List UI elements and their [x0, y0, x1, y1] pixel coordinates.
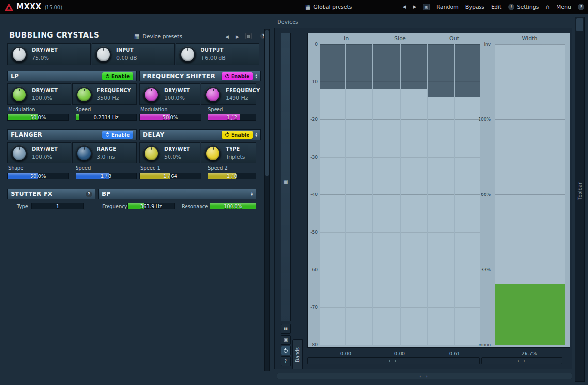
param-label: Speed 1 — [140, 165, 160, 171]
freqshifter-drywet-knob[interactable] — [143, 86, 160, 103]
stutter-type-bar[interactable]: 1 — [31, 203, 84, 209]
module-preset-spinner[interactable]: ▲ ▼ — [255, 74, 257, 79]
next-preset-icon[interactable]: ▶ — [413, 4, 416, 9]
freqshifter-frequency-knob[interactable] — [204, 86, 221, 103]
scrollbar-thumb[interactable] — [265, 30, 269, 176]
device-prev-icon[interactable]: ◀ — [225, 34, 229, 39]
plugin-window: Devices BUBBLING CRYSTALS ▦ Device prese… — [0, 14, 588, 385]
spinner-down-icon: ▼ — [255, 135, 257, 137]
power-icon — [106, 74, 109, 78]
lp-drywet-knob[interactable] — [11, 86, 28, 103]
device-panel-scrollbar[interactable] — [264, 29, 270, 371]
meter-power-button[interactable] — [281, 346, 291, 355]
freqshifter-speed-bar[interactable]: 1 / 2 — [208, 114, 256, 121]
home-icon[interactable]: ⌂ — [546, 3, 550, 11]
input-knob[interactable] — [95, 46, 112, 63]
knob-label: DRY/WET — [164, 146, 190, 152]
param-label: Type — [17, 204, 28, 209]
device-save-icon[interactable]: ▤ — [245, 33, 252, 39]
alert-icon: ! — [508, 4, 514, 10]
flanger-speed-bar[interactable]: 1 / 8 — [76, 173, 137, 179]
toolbar-scroll-thumb[interactable] — [576, 18, 583, 31]
module-title: FLANGER — [11, 131, 42, 138]
delay-speed2-bar[interactable]: 1 / 8 — [208, 173, 256, 179]
bp-resonance-bar[interactable]: 100.0% — [210, 203, 256, 209]
param-label: Speed 2 — [208, 165, 228, 171]
meter-strip-icon: ▦ — [281, 179, 290, 184]
knob-label: INPUT — [116, 48, 134, 53]
meter-hscrollbar-left[interactable]: ‹ › — [307, 357, 480, 364]
lp-frequency-cell: FREQUENCY 3500 Hz — [72, 83, 137, 105]
param-label: Speed — [76, 107, 91, 112]
tab-devices[interactable]: Devices — [0, 19, 575, 25]
help-icon[interactable]: ? — [578, 4, 584, 10]
knob-value: 3.0 ms — [97, 154, 115, 160]
meter-hscrollbar-right[interactable]: ‹ › — [481, 357, 562, 364]
bypass-button[interactable]: Bypass — [465, 4, 484, 10]
module-preset-spinner[interactable]: ▲ ▼ — [255, 132, 257, 137]
knob-label: DRY/WET — [32, 88, 58, 93]
pause-button[interactable]: ▮▮ — [281, 324, 291, 334]
knob-label: FREQUENCY — [226, 88, 260, 93]
delay-speed1-bar[interactable]: 1 / 64 — [139, 173, 201, 179]
lp-enable-button[interactable]: Enable — [102, 72, 133, 80]
flanger-shape-bar[interactable]: 50.0% — [7, 173, 69, 179]
master-input-cell: INPUT 0.00 dB — [92, 43, 175, 65]
panel-image-icon[interactable]: ▣ — [423, 4, 430, 10]
knob-label: RANGE — [97, 146, 116, 152]
lp-speed-bar[interactable]: 0.2314 Hz — [76, 114, 137, 121]
menu-button[interactable]: Menu — [557, 4, 571, 10]
global-presets-label: Global presets — [313, 4, 352, 10]
master-drywet-knob[interactable] — [11, 46, 28, 63]
knob-value: 75.0% — [32, 55, 49, 61]
freqshifter-modulation-bar[interactable]: 50.0% — [139, 114, 201, 121]
scroll-arrows-icon: ‹ › — [517, 358, 526, 363]
meter-column-header: Side — [373, 35, 427, 42]
module-preset-spinner[interactable]: ▲ ▼ — [251, 192, 253, 196]
module-title: FREQUENCY SHIFTER — [143, 73, 215, 80]
bp-frequency-bar[interactable]: 363.9 Hz — [127, 203, 175, 209]
meter-zoom-slider[interactable]: ▦ — [281, 33, 291, 321]
grid-icon: ▦ — [134, 33, 139, 40]
delay-type-knob[interactable] — [204, 145, 221, 162]
knob-label: TYPE — [226, 146, 240, 152]
melda-logo — [5, 3, 13, 11]
knob-label: DRY/WET — [164, 88, 190, 93]
flanger-range-knob[interactable] — [76, 145, 93, 162]
tab-bands[interactable]: Bands — [292, 339, 303, 369]
devices-hscrollbar[interactable]: ‹ › — [277, 373, 572, 379]
delay-drywet-knob[interactable] — [143, 145, 160, 162]
level-meter-area: In Side Out Width 0 -10 -20 -30 -40 -50 … — [307, 33, 570, 348]
tab-toolbar[interactable]: Toolbar — [577, 182, 583, 200]
knob-label: DRY/WET — [32, 48, 58, 53]
app-version: (15.00) — [45, 5, 62, 10]
freqshifter-enable-button[interactable]: Enable — [222, 72, 253, 80]
edit-button[interactable]: Edit — [491, 4, 501, 10]
settings-button[interactable]: ! Settings — [508, 4, 539, 10]
delay-enable-button[interactable]: Enable — [222, 131, 253, 139]
flanger-drywet-knob[interactable] — [11, 145, 28, 162]
prev-preset-icon[interactable]: ◀ — [402, 4, 406, 9]
meter-bar-width — [495, 44, 565, 345]
output-knob[interactable] — [179, 46, 196, 63]
lp-modulation-bar[interactable]: 50.0% — [7, 114, 69, 121]
popup-window-button[interactable]: ▣ — [281, 335, 291, 345]
random-button[interactable]: Random — [436, 4, 459, 10]
device-next-icon[interactable]: ▶ — [236, 34, 239, 39]
meter-readout-in: 0.00 — [320, 351, 372, 357]
global-presets-button[interactable]: ▦ Global presets — [305, 0, 352, 14]
scroll-arrows-icon: ‹ › — [388, 358, 398, 363]
delay-type-cell: TYPE Triplets — [201, 142, 256, 163]
lp-frequency-knob[interactable] — [76, 86, 93, 103]
power-icon — [225, 74, 229, 78]
device-presets-button[interactable]: ▦ Device presets — [134, 33, 182, 40]
device-title: BUBBLING CRYSTALS — [9, 31, 99, 40]
param-label: Modulation — [140, 107, 168, 112]
toolbar-strip[interactable]: Toolbar — [575, 17, 585, 382]
bp-module-header: BP ▲ ▼ — [98, 189, 256, 199]
device-presets-label: Device presets — [142, 33, 182, 40]
help-icon[interactable]: ? — [86, 191, 92, 197]
flanger-enable-button[interactable]: Enable — [102, 131, 133, 139]
width-scale: inv 100% 66% 33% mono — [477, 44, 492, 345]
meter-help-button[interactable]: ? — [281, 356, 291, 366]
